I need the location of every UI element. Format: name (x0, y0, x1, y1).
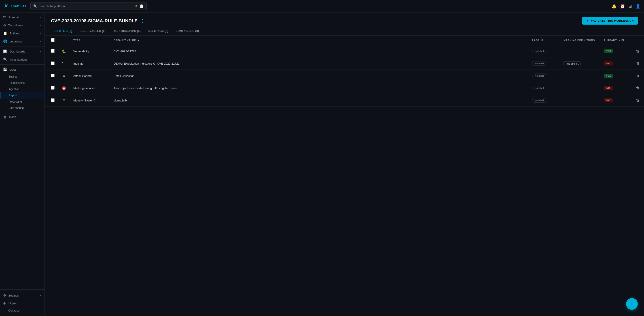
sidebar-bottom: ⚙ Settings ▾ ◑ Filigran ← Collapse (0, 290, 44, 316)
search-bar[interactable]: 🔍 ⚗ 📋 (30, 2, 147, 10)
sidebar-item-data[interactable]: 💾 Data ▴ (0, 65, 44, 73)
tab-relationships[interactable]: RELATIONSHIPS (4) (109, 27, 144, 35)
col-header-already-in-platform: ALREADY IN PL... (600, 35, 632, 45)
sidebar-subitem-processing[interactable]: Processing (0, 99, 44, 105)
validate-checkmark-icon: ✔ (586, 19, 589, 22)
select-all-checkbox[interactable] (51, 38, 54, 42)
row-checkbox[interactable] (51, 86, 54, 90)
tab-entities[interactable]: ENTITIES (5) (51, 27, 76, 35)
tab-containers[interactable]: CONTAINERS (0) (172, 27, 202, 35)
sidebar-subitem-data-sharing[interactable]: Data sharing (0, 105, 44, 111)
row-marking-definition (560, 70, 600, 82)
col-header-marking-definitions: MARKING DEFINITIONS (560, 35, 600, 45)
row-checkbox[interactable] (51, 74, 54, 77)
sidebar-item-settings[interactable]: ⚙ Settings ▾ (0, 292, 44, 300)
clock-icon[interactable]: ⏰ (620, 4, 625, 9)
delete-row-button[interactable]: 🗑 (635, 73, 640, 79)
user-icon[interactable]: 👤 (636, 4, 640, 9)
table-row: 🎯 Marking definition This object was cre… (45, 82, 644, 94)
grid-icon[interactable]: ⊞ (628, 4, 632, 9)
row-delete-cell: 🗑 (632, 82, 644, 94)
page-title: CVE-2023-20198-SIGMA-RULE-BUNDLE (51, 18, 138, 23)
label-badge: No label (532, 49, 546, 53)
search-action-icon[interactable]: ⚗ (134, 4, 138, 8)
sidebar-item-trash[interactable]: 🗑 Trash (0, 113, 44, 121)
sidebar-item-label: Entities (10, 32, 38, 35)
sidebar-filigran-label: Filigran (8, 302, 18, 305)
table-header-row: TYPE DEFAULT VALUE ▼ LABELS MARKING DEFI… (45, 35, 644, 45)
row-default-value: DEMO! Exploitation Indicators Of CVE-202… (110, 57, 528, 70)
row-marking-definition (560, 94, 600, 107)
sidebar-item-arsenal[interactable]: 🛡 Arsenal ▾ (0, 13, 44, 21)
sidebar-item-entities[interactable]: 📋 Entities ▾ (0, 29, 44, 37)
row-delete-cell: 🗑 (632, 70, 644, 82)
search-input[interactable] (39, 4, 132, 8)
sidebar-subitem-import[interactable]: Import (0, 92, 44, 99)
delete-row-button[interactable]: 🗑 (635, 48, 640, 54)
sidebar-data-subnav: Entities Relationships Ingestion Import … (0, 73, 44, 111)
sidebar-subitem-relationships[interactable]: Relationships (0, 80, 44, 86)
locations-icon: 🌐 (3, 39, 8, 43)
table-row: ≡ Identity (System) sigma2stix No label … (45, 94, 644, 107)
dashboards-icon: 📊 (3, 49, 8, 53)
row-already-in-platform: NO (600, 82, 632, 94)
sidebar-item-label: Techniques (8, 24, 38, 27)
col-header-default-value[interactable]: DEFAULT VALUE ▼ (110, 35, 528, 45)
search-filter-icon[interactable]: 📋 (139, 4, 144, 8)
row-delete-cell: 🗑 (632, 57, 644, 70)
sidebar-item-label: Trash (9, 115, 41, 119)
tab-sightings[interactable]: SIGHTINGS (0) (144, 27, 172, 35)
row-checkbox[interactable] (51, 98, 54, 102)
chevron-down-icon: ▾ (40, 40, 41, 43)
marking-badge: This objec... (564, 61, 581, 66)
techniques-icon: ⚙ (3, 23, 6, 27)
delete-row-button[interactable]: 🗑 (635, 85, 640, 91)
sidebar-item-filigran[interactable]: ◑ Filigran (0, 300, 44, 307)
chevron-down-icon: ▾ (40, 24, 41, 26)
row-icon-cell: ⚔ (58, 70, 70, 82)
sidebar-item-label: Data (10, 68, 38, 71)
sidebar-item-locations[interactable]: 🌐 Locations ▾ (0, 37, 44, 45)
tabs-row: ENTITIES (5) OBSERVABLES (0) RELATIONSHI… (45, 24, 644, 35)
sidebar-item-label: Settings (8, 294, 38, 297)
row-marking-definition (560, 45, 600, 57)
row-label: No label (528, 82, 560, 94)
row-type: Indicator (70, 57, 110, 70)
sidebar-subitem-entities[interactable]: Entities (0, 73, 44, 80)
delete-row-button[interactable]: 🗑 (635, 60, 640, 66)
sidebar-item-techniques[interactable]: ⚙ Techniques ▾ (0, 21, 44, 29)
entities-icon: 📋 (3, 31, 8, 35)
row-checkbox[interactable] (51, 61, 54, 65)
entities-table: TYPE DEFAULT VALUE ▼ LABELS MARKING DEFI… (45, 35, 644, 107)
table-area: TYPE DEFAULT VALUE ▼ LABELS MARKING DEFI… (45, 35, 644, 316)
sidebar-item-label: Dashboards (10, 50, 38, 53)
row-label: No label (528, 45, 560, 57)
add-fab-button[interactable]: + (626, 298, 638, 310)
sidebar-item-collapse[interactable]: ← Collapse (0, 307, 44, 314)
row-type: Vulnerability (70, 45, 110, 57)
row-checkbox[interactable] (51, 49, 54, 53)
sidebar-item-label: Investigations (10, 58, 41, 61)
tab-observables[interactable]: OBSERVABLES (0) (76, 27, 109, 35)
chevron-down-icon: ▾ (40, 50, 41, 53)
delete-row-button[interactable]: 🗑 (635, 97, 640, 103)
notification-icon[interactable]: 🔔 (612, 4, 616, 9)
collapse-icon: ← (3, 309, 6, 312)
sidebar-subitem-ingestion[interactable]: Ingestion (0, 86, 44, 92)
logo: ✕ OpenCTI (4, 4, 26, 9)
row-marking-definition (560, 82, 600, 94)
col-header-checkbox (45, 35, 58, 45)
more-options-icon[interactable]: ⋮ (140, 18, 145, 23)
row-default-value: CVE-2022-21722 (110, 45, 528, 57)
row-icon-cell: ≡ (58, 94, 70, 107)
sidebar-item-investigations[interactable]: 🔍 Investigations (0, 55, 44, 63)
table-body: 🐛 Vulnerability CVE-2022-21722 No label … (45, 45, 644, 107)
validate-workbench-button[interactable]: ✔ VALIDATE THIS WORKBENCH (582, 17, 638, 24)
sidebar-item-dashboards[interactable]: 📊 Dashboards ▾ (0, 47, 44, 55)
sidebar-divider-3 (0, 112, 44, 112)
trash-icon: 🗑 (3, 115, 6, 119)
filigran-icon: ◑ (3, 302, 6, 305)
type-icon: ⚔ (62, 74, 66, 78)
sidebar-divider-2 (0, 64, 44, 65)
row-delete-cell: 🗑 (632, 94, 644, 107)
